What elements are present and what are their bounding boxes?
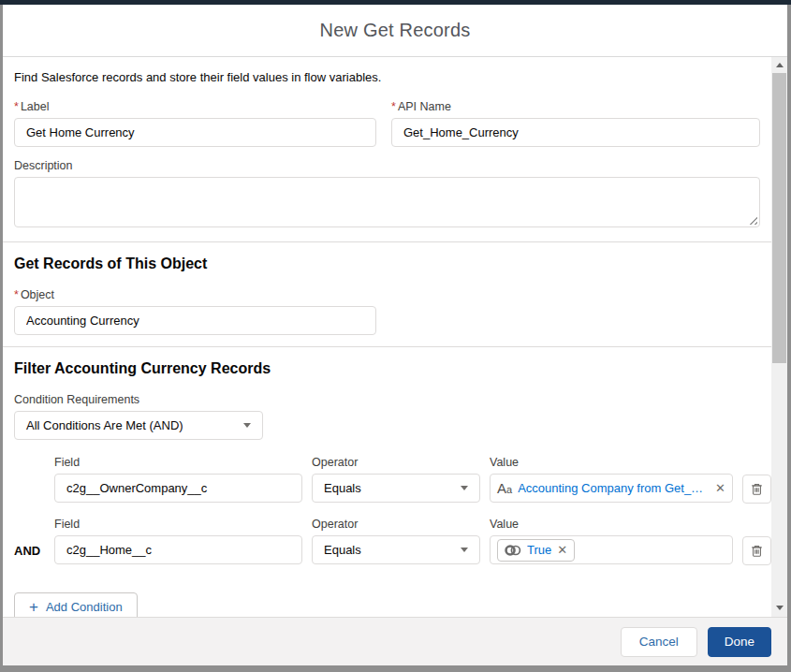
intro-text: Find Salesforce records and store their …: [14, 70, 763, 84]
operator-value: Equals: [324, 481, 461, 495]
value-column-label: Value: [490, 518, 733, 531]
add-condition-label: Add Condition: [46, 600, 123, 614]
trash-cell: [742, 518, 771, 565]
scroll-down-icon: [776, 606, 784, 610]
api-name-field-group: *API Name: [391, 100, 760, 147]
value-combobox-2[interactable]: True ✕: [490, 535, 733, 564]
modal-body: Find Salesforce records and store their …: [3, 57, 787, 617]
chevron-down-icon: [461, 548, 468, 552]
api-name-field-label-text: API Name: [398, 100, 451, 113]
value-cell: Value True ✕: [490, 518, 733, 565]
value-cell: Value Aa Accounting Company from Get_… ✕: [490, 456, 733, 504]
connector-label: [14, 475, 45, 504]
scrollbar-thumb[interactable]: [772, 73, 786, 363]
operator-select-2[interactable]: Equals: [312, 535, 480, 564]
label-api-row: *Label *API Name: [14, 100, 763, 147]
field-column-label: Field: [54, 456, 302, 469]
add-condition-button[interactable]: + Add Condition: [14, 592, 138, 617]
description-textarea-wrap: [14, 177, 760, 227]
description-field-label: Description: [14, 159, 763, 172]
connector-cell: AND: [14, 518, 45, 565]
required-asterisk: *: [391, 100, 396, 113]
condition-row-2: AND Field Operator Equals Value: [14, 518, 763, 565]
object-field-label: *Object: [14, 288, 376, 301]
condition-requirements-group: Condition Requirements All Conditions Ar…: [14, 393, 263, 440]
modal-header: New Get Records: [3, 5, 787, 57]
field-cell: Field: [54, 518, 302, 565]
object-field-group: *Object: [14, 288, 376, 335]
condition-requirements-select[interactable]: All Conditions Are Met (AND): [14, 411, 263, 440]
section-divider: [3, 241, 771, 242]
condition-requirements-label: Condition Requirements: [14, 393, 263, 406]
section-divider: [3, 346, 771, 347]
scroll-down-button[interactable]: [771, 600, 787, 615]
operator-column-label: Operator: [312, 456, 480, 469]
new-get-records-modal: New Get Records Find Salesforce records …: [3, 5, 787, 665]
condition-row-1: Field Operator Equals Value Aa Accountin…: [14, 456, 763, 504]
label-field-label: *Label: [14, 100, 376, 113]
filter-section-heading: Filter Accounting Currency Records: [14, 360, 763, 377]
toggle-icon: [505, 544, 522, 557]
connector-cell: [14, 456, 45, 504]
condition-requirements-value: All Conditions Are Met (AND): [26, 418, 243, 432]
close-icon[interactable]: ✕: [715, 481, 725, 495]
value-pill-text: True: [527, 543, 551, 557]
description-field-group: Description: [14, 159, 763, 227]
value-column-label: Value: [490, 456, 733, 469]
trash-cell: [742, 456, 771, 504]
trash-icon: [750, 482, 764, 496]
chevron-down-icon: [243, 423, 251, 428]
delete-condition-button-2[interactable]: [742, 536, 771, 565]
close-icon[interactable]: ✕: [557, 543, 567, 557]
field-column-label: Field: [54, 518, 302, 531]
value-pill[interactable]: True ✕: [497, 539, 575, 562]
operator-column-label: Operator: [312, 518, 480, 531]
filter-field-input-1[interactable]: [54, 474, 302, 503]
vertical-scrollbar[interactable]: [771, 57, 787, 617]
object-field-label-text: Object: [21, 288, 54, 301]
label-field-group: *Label: [14, 100, 376, 147]
object-section-heading: Get Records of This Object: [14, 256, 763, 272]
operator-cell: Operator Equals: [312, 456, 480, 504]
filter-field-input-2[interactable]: [54, 535, 302, 564]
text-icon: Aa: [497, 480, 512, 497]
label-field-label-text: Label: [21, 100, 50, 113]
object-input[interactable]: [14, 306, 376, 335]
api-name-input[interactable]: [391, 118, 760, 147]
cancel-button[interactable]: Cancel: [621, 627, 697, 657]
scroll-up-button[interactable]: [771, 57, 787, 72]
plus-icon: +: [29, 599, 38, 615]
api-name-field-label: *API Name: [391, 100, 760, 113]
value-combobox-1[interactable]: Aa Accounting Company from Get_… ✕: [490, 474, 733, 503]
description-textarea[interactable]: [14, 177, 760, 227]
scroll-up-icon: [776, 63, 784, 67]
required-asterisk: *: [14, 288, 19, 301]
operator-select-1[interactable]: Equals: [312, 474, 480, 503]
modal-title: New Get Records: [320, 20, 471, 41]
trash-icon: [750, 544, 764, 558]
done-button[interactable]: Done: [708, 627, 771, 657]
chevron-down-icon: [461, 486, 468, 490]
operator-value: Equals: [324, 543, 461, 557]
connector-label: AND: [14, 536, 45, 565]
operator-cell: Operator Equals: [312, 518, 480, 565]
modal-content: Find Salesforce records and store their …: [3, 57, 771, 617]
modal-footer: Cancel Done: [3, 617, 787, 665]
label-input[interactable]: [14, 118, 376, 147]
value-pill-text[interactable]: Accounting Company from Get_…: [518, 481, 710, 495]
required-asterisk: *: [14, 100, 19, 113]
delete-condition-button-1[interactable]: [742, 475, 771, 504]
field-cell: Field: [54, 456, 302, 504]
